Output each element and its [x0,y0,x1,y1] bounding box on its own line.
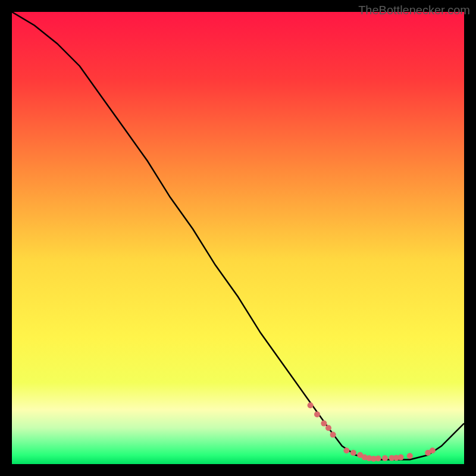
watermark-text: TheBottlenecker.com [358,4,470,17]
marker-dot [325,425,331,431]
marker-dot [398,455,404,461]
marker-dot [330,432,336,438]
marker-dot [375,456,381,462]
marker-dot [430,447,436,453]
curve-line [12,12,464,459]
marker-dot [382,455,388,461]
chart-svg [12,12,464,464]
marker-dot [314,411,320,417]
chart-container: TheBottlenecker.com [0,0,476,476]
marker-dot [407,453,413,459]
marker-dot [350,450,356,456]
markers [308,402,436,462]
marker-dot [321,421,327,427]
plot-area [12,12,464,464]
marker-dot [308,402,314,408]
marker-dot [343,447,349,453]
